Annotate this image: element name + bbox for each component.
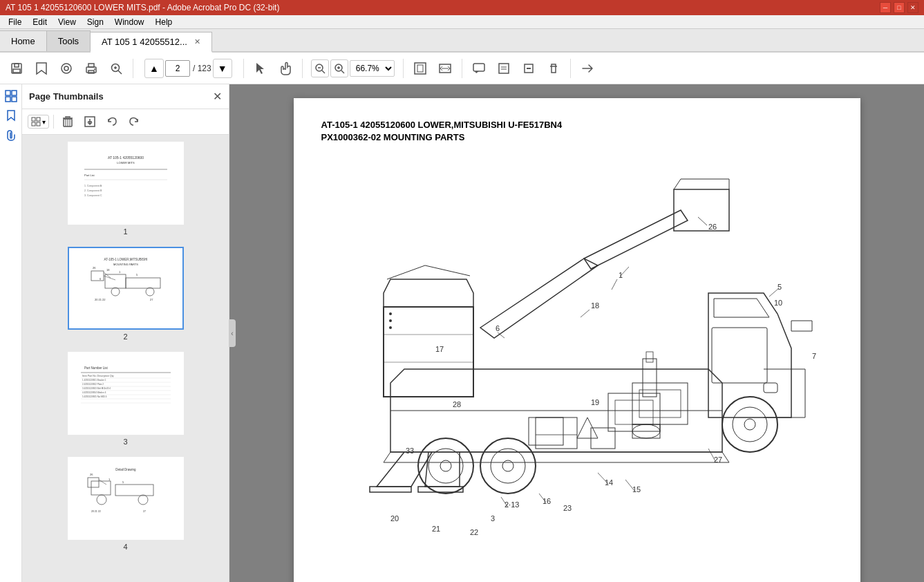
svg-point-4 — [64, 66, 68, 71]
fit-width-button[interactable] — [434, 57, 456, 79]
menu-window[interactable]: Window — [109, 17, 150, 27]
bookmarks-panel-button[interactable] — [2, 106, 20, 124]
page-total-label: / 123 — [193, 64, 211, 73]
maximize-button[interactable]: □ — [894, 2, 905, 13]
zoom-select[interactable]: 25% 33% 50% 66.7% 75% 100% 125% 150% 200… — [350, 60, 395, 77]
thumbnail-page-4[interactable]: Detail Drawing 26 5 1 20 21 22 27 — [28, 457, 223, 551]
doc-title-line2: PX1000362-02 MOUNTING PARTS — [321, 132, 465, 142]
menu-edit[interactable]: Edit — [27, 17, 53, 27]
svg-text:1. Component A: 1. Component A — [84, 185, 102, 187]
pdf-page: AT-105-1 42055120600 LOWER,MITSUBISHI U-… — [294, 98, 860, 582]
thumbnail-page-2[interactable]: AT-105-1 LOWER,MITSUBISHI MOUNTING PARTS… — [28, 247, 223, 341]
sidebar-view-dropdown[interactable]: ▾ — [28, 115, 49, 129]
thumbnail-label-1: 1 — [123, 227, 127, 236]
menu-bar: File Edit View Sign Window Help — [0, 15, 924, 29]
tab-doc-close[interactable]: ✕ — [194, 37, 200, 46]
close-button[interactable]: ✕ — [907, 2, 918, 13]
comment-button[interactable] — [468, 57, 490, 79]
svg-rect-2 — [13, 69, 20, 73]
print-preview-button[interactable] — [55, 57, 77, 79]
svg-rect-35 — [37, 118, 40, 121]
svg-line-19 — [341, 71, 344, 73]
svg-rect-1 — [15, 64, 19, 67]
share-button[interactable] — [576, 57, 598, 79]
svg-text:26: 26 — [708, 223, 717, 231]
svg-text:1: 1 — [619, 271, 623, 279]
highlight-button[interactable] — [518, 57, 540, 79]
hand-tool-button[interactable] — [274, 57, 296, 79]
svg-point-164 — [389, 319, 392, 322]
minimize-button[interactable]: ─ — [880, 2, 891, 13]
undo-button[interactable] — [102, 112, 122, 131]
print-button[interactable] — [80, 57, 102, 79]
svg-rect-5 — [86, 67, 96, 73]
svg-rect-32 — [6, 97, 10, 102]
sidebar-toolbar-sep — [53, 115, 54, 129]
save-button[interactable] — [6, 57, 28, 79]
page-number-input[interactable]: 2 — [165, 60, 190, 77]
svg-text:26: 26 — [93, 266, 96, 270]
sidebar-close-button[interactable]: ✕ — [213, 90, 222, 103]
svg-text:18: 18 — [591, 301, 599, 310]
svg-text:23: 23 — [563, 504, 572, 512]
svg-text:16: 16 — [543, 497, 551, 505]
sidebar-collapse-handle[interactable]: ‹ — [229, 319, 236, 347]
zoom-in-button[interactable] — [330, 59, 348, 77]
thumbnail-page-3[interactable]: Part Number List Item Part No. Descripti… — [28, 352, 223, 446]
thumbnails-panel-button[interactable] — [2, 87, 20, 105]
next-page-button[interactable]: ▼ — [213, 59, 232, 78]
svg-text:1     42055120601  Bracket    : 1 42055120601 Bracket 1 — [82, 379, 106, 382]
svg-text:5     42055120605  Nut M10    : 5 42055120605 Nut M10 4 — [82, 395, 107, 398]
extract-pages-button[interactable] — [80, 112, 100, 131]
tab-home[interactable]: Home — [0, 30, 47, 51]
left-icon-strip — [0, 84, 22, 582]
svg-text:27: 27 — [143, 510, 146, 513]
svg-text:17: 17 — [435, 345, 444, 353]
svg-text:LOWER MITS: LOWER MITS — [117, 161, 135, 165]
menu-sign[interactable]: Sign — [82, 17, 109, 27]
tab-tools-label: Tools — [58, 36, 79, 46]
fit-page-button[interactable] — [409, 57, 431, 79]
svg-text:20: 20 — [390, 514, 399, 523]
pdf-viewer[interactable]: AT-105-1 42055120600 LOWER,MITSUBISHI U-… — [229, 84, 924, 582]
svg-text:2     42055120602  Plate      : 2 42055120602 Plate 2 — [82, 383, 104, 386]
tab-doc[interactable]: AT 105 1 42055512... ✕ — [91, 32, 212, 53]
svg-text:AT-105-1 LOWER,MITSUBISHI: AT-105-1 LOWER,MITSUBISHI — [104, 258, 147, 261]
strikethrough-button[interactable] — [543, 57, 565, 79]
thumbnail-image-3: Part Number List Item Part No. Descripti… — [68, 352, 184, 435]
svg-text:Item  Part No.    Description : Item Part No. Description Qty — [82, 375, 114, 377]
attachments-panel-button[interactable] — [2, 126, 20, 144]
redo-button[interactable] — [124, 112, 144, 131]
thumbnail-list[interactable]: AT 105-1 42055120600 LOWER MITS Part Lis… — [22, 135, 229, 582]
svg-rect-37 — [37, 122, 40, 126]
select-tool-button[interactable] — [249, 57, 272, 79]
title-bar-text: AT 105 1 42055120600 LOWER MITS.pdf - Ad… — [6, 3, 880, 12]
menu-view[interactable]: View — [53, 17, 82, 27]
sticky-note-button[interactable] — [493, 57, 515, 79]
svg-text:Part List: Part List — [84, 173, 95, 177]
svg-rect-20 — [415, 63, 426, 74]
delete-thumbnail-button[interactable] — [58, 112, 77, 131]
thumbnail-label-3: 3 — [123, 438, 127, 446]
zoom-out-button[interactable] — [311, 59, 329, 77]
menu-help[interactable]: Help — [150, 17, 178, 27]
zoom-control: 25% 33% 50% 66.7% 75% 100% 125% 150% 200… — [311, 59, 395, 77]
sidebar-toolbar: ▾ — [22, 109, 229, 135]
svg-rect-25 — [499, 64, 509, 73]
svg-rect-24 — [473, 64, 484, 71]
tab-tools[interactable]: Tools — [47, 30, 91, 51]
svg-point-8 — [94, 68, 95, 70]
svg-rect-31 — [12, 91, 17, 95]
thumbnail-page-1[interactable]: AT 105-1 42055120600 LOWER MITS Part Lis… — [28, 142, 223, 236]
menu-file[interactable]: File — [3, 17, 27, 27]
svg-point-3 — [62, 64, 71, 73]
prev-page-button[interactable]: ▲ — [144, 59, 164, 78]
main-area: Page Thumbnails ✕ ▾ — [0, 84, 924, 582]
tab-bar: Home Tools AT 105 1 42055512... ✕ — [0, 29, 924, 53]
toolbar-separator-1 — [133, 59, 133, 78]
thumbnail-image-4: Detail Drawing 26 5 1 20 21 22 27 — [68, 457, 184, 540]
bookmark-button[interactable] — [30, 57, 53, 79]
svg-text:22: 22 — [470, 528, 478, 536]
svg-text:20 21 22: 20 21 22 — [95, 298, 106, 301]
zoom-marquee-button[interactable] — [105, 57, 127, 79]
